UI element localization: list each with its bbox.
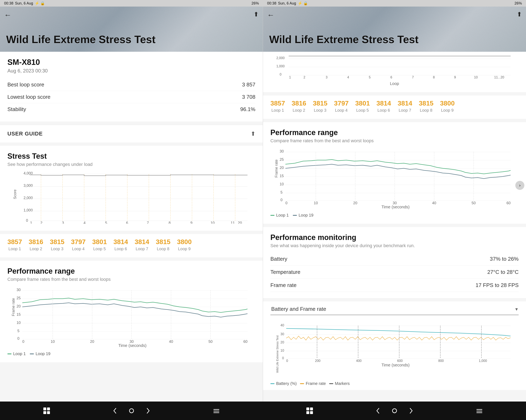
user-guide-label: USER GUIDE xyxy=(7,131,43,137)
status-bar-right: 00:38 Sun, 6 Aug ⚡ 🔒 26% xyxy=(263,0,526,7)
frame-rate-label: Frame rate xyxy=(270,282,296,288)
svg-point-141 xyxy=(393,409,396,413)
svg-text:0: 0 xyxy=(282,356,284,360)
svg-text:5: 5 xyxy=(18,329,20,333)
svg-text:10: 10 xyxy=(211,221,215,224)
stress-test-chart-container: 4,000 3,000 2,000 1,000 0 xyxy=(0,170,263,231)
battery-right: 26% xyxy=(515,1,522,6)
loop-score-item: 3800 Loop 9 xyxy=(174,236,195,253)
dropdown-container[interactable]: Battery and Frame rate ▾ xyxy=(263,301,526,319)
nav-home-right[interactable] xyxy=(389,406,400,416)
svg-text:Time (seconds): Time (seconds) xyxy=(381,205,409,209)
share-button-left[interactable]: ⬆ xyxy=(253,11,259,18)
loop-score-item-r: 3814 Loop 7 xyxy=(394,98,415,115)
svg-text:7: 7 xyxy=(147,221,149,224)
svg-rect-131 xyxy=(43,411,46,414)
lowest-loop-row: Lowest loop score 3 708 xyxy=(7,91,255,103)
svg-text:0: 0 xyxy=(286,359,288,362)
svg-text:25: 25 xyxy=(17,296,21,300)
svg-text:0: 0 xyxy=(22,340,24,344)
nav-home-left[interactable] xyxy=(126,406,137,416)
user-guide-share-icon[interactable]: ⬆ xyxy=(251,130,255,137)
svg-text:10: 10 xyxy=(281,349,284,352)
svg-text:0: 0 xyxy=(18,336,20,341)
svg-text:40: 40 xyxy=(169,340,173,344)
nav-grid-right[interactable] xyxy=(304,406,315,416)
scroll-right-indicator[interactable]: › xyxy=(515,181,524,190)
battery-chart-svg: 40 30 20 10 0 xyxy=(270,321,519,379)
svg-rect-132 xyxy=(47,411,50,414)
perf-range-subtitle-left: Compare frame rates from the best and wo… xyxy=(7,277,255,282)
svg-text:Wild Life Extreme Stress Test: Wild Life Extreme Stress Test xyxy=(276,335,279,373)
svg-text:11...20: 11...20 xyxy=(494,76,504,79)
status-bar-left: 00:38 Sun, 6 Aug ⚡ 🔒 26% xyxy=(0,0,263,7)
svg-text:7: 7 xyxy=(412,76,414,79)
svg-text:3: 3 xyxy=(326,76,327,79)
loop-score-item: 3816 Loop 2 xyxy=(25,236,46,253)
main-area: ← ⬆ Wild Life Extreme Stress Test SM-X81… xyxy=(0,7,526,401)
svg-text:10: 10 xyxy=(474,76,478,79)
svg-rect-140 xyxy=(310,411,313,414)
device-date: Aug 6, 2023 00:30 xyxy=(7,68,255,74)
frame-rate-row: Frame rate 17 FPS to 28 FPS xyxy=(270,279,519,292)
legend-framerate: Frame rate xyxy=(300,381,326,386)
loop-score-item-r: 3815 Loop 3 xyxy=(309,98,331,115)
perf-range-header-left: Performance range Compare frame rates fr… xyxy=(0,261,263,285)
nav-menu-right[interactable] xyxy=(474,406,485,416)
perf-monitoring-section: Performance monitoring See what was happ… xyxy=(263,227,526,298)
svg-text:25: 25 xyxy=(280,157,284,162)
battery-row: Battery 37% to 26% xyxy=(270,253,519,266)
back-button-right[interactable]: ← xyxy=(267,11,274,19)
nav-recent-right[interactable] xyxy=(406,406,416,416)
bottom-nav-left xyxy=(0,401,263,420)
loop-score-item-r: 3797 Loop 4 xyxy=(331,98,352,115)
hero-banner-right: ← ⬆ Wild Life Extreme Stress Test xyxy=(263,7,526,52)
svg-text:1,000: 1,000 xyxy=(276,64,284,68)
frame-rate-value: 17 FPS to 28 FPS xyxy=(475,282,519,288)
svg-text:6: 6 xyxy=(126,221,128,224)
svg-rect-139 xyxy=(306,411,309,414)
left-panel: ← ⬆ Wild Life Extreme Stress Test SM-X81… xyxy=(0,7,263,401)
svg-text:0: 0 xyxy=(281,198,283,202)
svg-text:5: 5 xyxy=(281,190,283,194)
share-button-right[interactable]: ⬆ xyxy=(517,11,522,18)
nav-menu-left[interactable] xyxy=(211,406,222,416)
lowest-loop-label: Lowest loop score xyxy=(7,94,51,100)
stress-test-header: Stress Test See how performance changes … xyxy=(0,146,263,170)
back-button-left[interactable]: ← xyxy=(4,11,11,19)
svg-text:15: 15 xyxy=(280,174,284,178)
best-loop-value: 3 857 xyxy=(242,81,255,88)
right-panel: ← ⬆ Wild Life Extreme Stress Test 2,000 … xyxy=(263,7,526,401)
nav-back-right[interactable] xyxy=(373,406,383,416)
svg-text:20: 20 xyxy=(281,341,284,344)
svg-text:10: 10 xyxy=(280,182,284,186)
legend-loop1-right: Loop 1 xyxy=(270,213,289,218)
stress-test-title: Stress Test xyxy=(7,152,255,161)
nav-back-left[interactable] xyxy=(110,406,120,416)
svg-text:400: 400 xyxy=(356,359,362,362)
nav-recent-left[interactable] xyxy=(143,406,153,416)
svg-text:4: 4 xyxy=(347,76,349,79)
svg-text:50: 50 xyxy=(472,201,476,205)
stability-row: Stability 96.1% xyxy=(7,103,255,115)
legend-loop19-right: Loop 19 xyxy=(293,213,313,218)
svg-rect-138 xyxy=(310,408,313,410)
svg-text:0: 0 xyxy=(285,201,287,205)
battery-left: 26% xyxy=(252,1,259,6)
user-guide-row[interactable]: USER GUIDE ⬆ xyxy=(0,125,263,142)
svg-text:15: 15 xyxy=(17,313,21,317)
dropdown-arrow-icon[interactable]: ▾ xyxy=(515,306,518,312)
svg-text:30: 30 xyxy=(17,288,21,292)
svg-text:10: 10 xyxy=(17,321,21,325)
device-name: SM-X810 xyxy=(7,58,255,67)
svg-text:1: 1 xyxy=(289,76,291,79)
svg-text:Frame rate: Frame rate xyxy=(11,298,15,316)
perf-monitoring-subtitle: See what was happening inside your devic… xyxy=(270,243,519,248)
nav-grid-left[interactable] xyxy=(41,406,52,416)
battery-chart-section: 40 30 20 10 0 xyxy=(263,319,526,390)
svg-text:200: 200 xyxy=(315,359,321,362)
svg-rect-134 xyxy=(213,409,219,410)
dropdown-select[interactable]: Battery and Frame rate ▾ xyxy=(270,303,519,315)
perf-range-svg-right: 30 25 20 15 10 5 0 xyxy=(270,147,519,210)
perf-range-title-right: Performance range xyxy=(270,128,519,137)
